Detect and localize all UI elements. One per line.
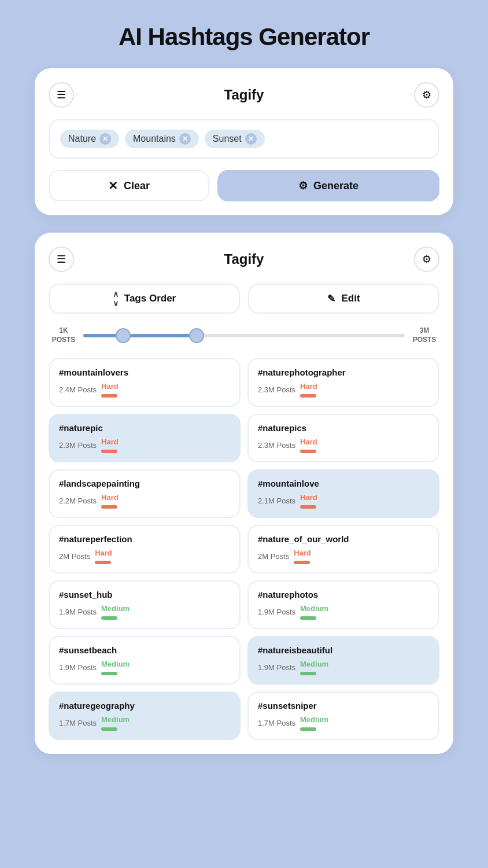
hashtag-card-0[interactable]: #mountainlovers 2.4M Posts Hard bbox=[49, 358, 241, 407]
hashtag-posts-11: 1.9M Posts bbox=[258, 663, 295, 672]
difficulty-dot-6 bbox=[95, 561, 111, 564]
difficulty-7: Hard bbox=[294, 549, 311, 557]
difficulty-dot-3 bbox=[300, 450, 316, 453]
difficulty-dot-9 bbox=[300, 616, 316, 620]
tag-remove-sunset[interactable]: ✕ bbox=[245, 133, 257, 145]
difficulty-0: Hard bbox=[101, 382, 119, 391]
tag-chip-mountains: Mountains ✕ bbox=[125, 130, 199, 148]
tag-remove-mountains[interactable]: ✕ bbox=[179, 133, 191, 145]
slider-thumb-right[interactable] bbox=[189, 328, 204, 343]
difficulty-1: Hard bbox=[300, 382, 317, 391]
clear-button[interactable]: ✕ Clear bbox=[49, 170, 209, 201]
edit-label: Edit bbox=[341, 293, 360, 304]
hashtag-name-2: #naturepic bbox=[59, 423, 230, 433]
hashtag-card-8[interactable]: #sunset_hub 1.9M Posts Medium bbox=[49, 580, 241, 629]
hashtag-name-7: #nature_of_our_world bbox=[258, 534, 429, 544]
hashtag-posts-8: 1.9M Posts bbox=[59, 608, 97, 616]
card2-menu-button[interactable]: ☰ bbox=[49, 247, 74, 272]
hashtag-meta-10: 1.9M Posts Medium bbox=[59, 660, 230, 675]
card1-settings-button[interactable]: ⚙ bbox=[414, 82, 439, 108]
hashtag-card-7[interactable]: #nature_of_our_world 2M Posts Hard bbox=[247, 525, 439, 573]
hashtag-posts-1: 2.3M Posts bbox=[258, 385, 295, 394]
hashtag-meta-13: 1.7M Posts Medium bbox=[258, 715, 429, 731]
hashtag-card-11[interactable]: #natureisbeautiful 1.9M Posts Medium bbox=[247, 636, 439, 685]
difficulty-10: Medium bbox=[101, 660, 130, 668]
tags-order-label: Tags Order bbox=[124, 293, 176, 304]
hashtag-meta-3: 2.3M Posts Hard bbox=[258, 437, 429, 453]
card2-settings-button[interactable]: ⚙ bbox=[414, 247, 439, 272]
hashtag-meta-12: 1.7M Posts Medium bbox=[59, 715, 230, 731]
hashtag-card-5[interactable]: #mountainlove 2.1M Posts Hard bbox=[247, 469, 439, 518]
difficulty-dot-5 bbox=[300, 505, 316, 509]
hashtag-card-13[interactable]: #sunsetsniper 1.7M Posts Medium bbox=[247, 692, 439, 740]
slider-track[interactable] bbox=[83, 334, 405, 337]
card2-title: Tagify bbox=[224, 251, 264, 267]
difficulty-11: Medium bbox=[300, 660, 328, 668]
hashtag-card-10[interactable]: #sunsetbeach 1.9M Posts Medium bbox=[49, 636, 241, 685]
hashtag-meta-7: 2M Posts Hard bbox=[258, 549, 429, 564]
difficulty-3: Hard bbox=[300, 437, 317, 446]
hashtag-meta-1: 2.3M Posts Hard bbox=[258, 382, 429, 398]
slider-fill bbox=[83, 334, 196, 337]
hashtag-card-12[interactable]: #naturegeography 1.7M Posts Medium bbox=[49, 692, 241, 740]
difficulty-dot-10 bbox=[101, 672, 117, 675]
hashtag-posts-0: 2.4M Posts bbox=[59, 385, 97, 394]
difficulty-dot-13 bbox=[300, 727, 316, 731]
clear-x-icon: ✕ bbox=[108, 179, 118, 193]
hashtag-posts-7: 2M Posts bbox=[258, 552, 289, 561]
hashtag-meta-2: 2.3M Posts Hard bbox=[59, 437, 230, 453]
hashtag-name-6: #natureperfection bbox=[59, 534, 230, 544]
hashtag-meta-11: 1.9M Posts Medium bbox=[258, 660, 429, 675]
hashtag-card-4[interactable]: #landscapepainting 2.2M Posts Hard bbox=[49, 469, 241, 518]
hashtag-posts-10: 1.9M Posts bbox=[59, 663, 97, 672]
hashtag-card-3[interactable]: #naturepics 2.3M Posts Hard bbox=[247, 414, 439, 462]
difficulty-dot-1 bbox=[300, 394, 316, 398]
difficulty-6: Hard bbox=[95, 549, 112, 557]
hashtag-name-0: #mountainlovers bbox=[59, 367, 230, 377]
tag-remove-nature[interactable]: ✕ bbox=[99, 133, 111, 145]
hashtag-card-6[interactable]: #natureperfection 2M Posts Hard bbox=[49, 525, 241, 573]
difficulty-12: Medium bbox=[101, 715, 130, 724]
difficulty-8: Medium bbox=[101, 604, 130, 613]
sort-icon: ∧ ∨ bbox=[113, 290, 119, 307]
menu-icon-2: ☰ bbox=[57, 253, 66, 266]
hashtag-name-13: #sunsetsniper bbox=[258, 701, 429, 711]
difficulty-dot-4 bbox=[101, 505, 117, 509]
hashtag-meta-6: 2M Posts Hard bbox=[59, 549, 230, 564]
difficulty-dot-8 bbox=[101, 616, 117, 620]
action-row: ✕ Clear ⚙ Generate bbox=[49, 170, 439, 201]
tag-label: Nature bbox=[68, 134, 96, 144]
difficulty-2: Hard bbox=[101, 437, 119, 446]
edit-icon: ✎ bbox=[327, 293, 335, 305]
generate-button[interactable]: ⚙ Generate bbox=[217, 170, 439, 201]
difficulty-9: Medium bbox=[300, 604, 328, 613]
hashtag-card-1[interactable]: #naturephotographer 2.3M Posts Hard bbox=[247, 358, 439, 407]
card1-menu-button[interactable]: ☰ bbox=[49, 82, 74, 108]
hashtag-grid: #mountainlovers 2.4M Posts Hard #naturep… bbox=[49, 358, 439, 740]
hashtag-posts-13: 1.7M Posts bbox=[258, 719, 295, 727]
hashtag-posts-6: 2M Posts bbox=[59, 552, 90, 561]
hashtag-posts-5: 2.1M Posts bbox=[258, 496, 295, 505]
hashtag-name-1: #naturephotographer bbox=[258, 367, 429, 377]
difficulty-4: Hard bbox=[101, 493, 119, 502]
tags-order-button[interactable]: ∧ ∨ Tags Order bbox=[49, 284, 240, 314]
hashtag-card-2[interactable]: #naturepic 2.3M Posts Hard bbox=[49, 414, 241, 462]
hashtag-name-12: #naturegeography bbox=[59, 701, 230, 711]
hashtag-card-9[interactable]: #naturephotos 1.9M Posts Medium bbox=[247, 580, 439, 629]
card1-header: ☰ Tagify ⚙ bbox=[49, 82, 439, 108]
slider-thumb-left[interactable] bbox=[116, 328, 131, 343]
settings-icon: ⚙ bbox=[422, 89, 431, 101]
slider-row: 1KPOSTS 3MPOSTS bbox=[49, 326, 439, 344]
settings-icon-2: ⚙ bbox=[422, 253, 431, 266]
edit-button[interactable]: ✎ Edit bbox=[248, 284, 439, 314]
input-card: ☰ Tagify ⚙ Nature ✕ Mountains ✕ Sunset ✕… bbox=[35, 68, 453, 215]
hashtag-meta-9: 1.9M Posts Medium bbox=[258, 604, 429, 620]
hashtag-name-8: #sunset_hub bbox=[59, 590, 230, 599]
menu-icon: ☰ bbox=[57, 89, 66, 101]
tag-chip-nature: Nature ✕ bbox=[60, 130, 119, 148]
hashtag-meta-0: 2.4M Posts Hard bbox=[59, 382, 230, 398]
hashtag-posts-12: 1.7M Posts bbox=[59, 719, 97, 727]
slider-min-label: 1KPOSTS bbox=[51, 326, 76, 344]
tags-input-area[interactable]: Nature ✕ Mountains ✕ Sunset ✕ bbox=[49, 119, 439, 159]
slider-max-label: 3MPOSTS bbox=[412, 326, 437, 344]
